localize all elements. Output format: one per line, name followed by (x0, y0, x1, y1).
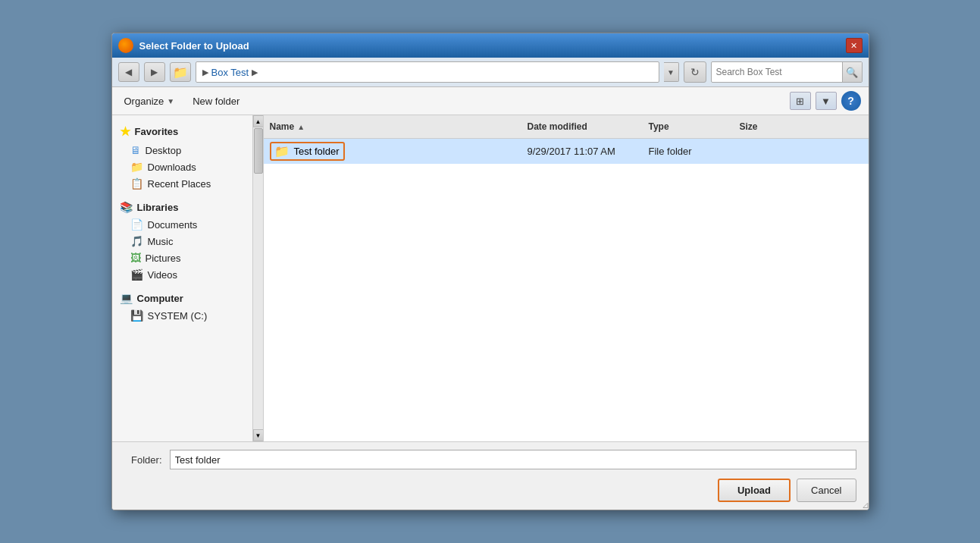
refresh-button[interactable]: ↻ (684, 61, 706, 83)
resize-grip[interactable]: ⊿ (859, 500, 869, 510)
file-list-container: Name ▲ Date modified Type Size (264, 115, 869, 441)
bottom-area: Folder: Upload Cancel (112, 441, 869, 510)
sidebar-item-recent-places[interactable]: 📋 Recent Places (112, 175, 263, 192)
file-name-label: Test folder (294, 146, 340, 157)
sidebar-item-documents[interactable]: 📄 Documents (112, 216, 263, 233)
sidebar-scrollbar[interactable]: ▲ ▼ (252, 115, 263, 441)
drive-icon: 💾 (130, 309, 143, 322)
music-icon: 🎵 (130, 235, 143, 247)
breadcrumb-dropdown-button[interactable]: ▼ (664, 62, 679, 82)
column-header-size[interactable]: Size (734, 118, 794, 135)
sidebar-favorites-header[interactable]: ★ Favorites (112, 121, 263, 142)
sidebar-downloads-label: Downloads (148, 162, 196, 173)
column-header-name[interactable]: Name ▲ (264, 118, 521, 135)
toolbar-right: ⊞ ▼ ? (790, 91, 861, 111)
column-header-type[interactable]: Type (643, 118, 734, 135)
help-button[interactable]: ? (841, 91, 861, 111)
sidebar-item-pictures[interactable]: 🖼 Pictures (112, 250, 263, 266)
videos-icon: 🎬 (130, 268, 143, 281)
desktop-icon: 🖥 (130, 144, 141, 156)
sidebar-item-downloads[interactable]: 📁 Downloads (112, 159, 263, 175)
new-folder-button[interactable]: New folder (188, 93, 244, 109)
select-folder-dialog: Select Folder to Upload ✕ ◀ ▶ 📁 ▶ Box Te… (111, 33, 869, 510)
address-bar: ◀ ▶ 📁 ▶ Box Test ▶ ▼ ↻ 🔍 (112, 58, 869, 87)
sidebar-computer-section: 💻 Computer 💾 SYSTEM (C:) (112, 289, 263, 324)
favorites-star-icon: ★ (120, 124, 130, 139)
sidebar-scroll-up-button[interactable]: ▲ (253, 115, 264, 127)
downloads-icon: 📁 (130, 161, 143, 173)
breadcrumb-separator2: ▶ (252, 67, 258, 77)
recent-places-icon: 📋 (130, 177, 143, 190)
sidebar-pictures-label: Pictures (146, 253, 181, 264)
file-row-type: File folder (643, 146, 734, 157)
column-name-label: Name (270, 121, 295, 132)
folder-icon: 📁 (274, 144, 290, 159)
button-row: Upload Cancel (124, 479, 856, 502)
title-bar-left: Select Folder to Upload (118, 38, 249, 53)
sidebar-libraries-label: Libraries (137, 202, 179, 213)
organize-chevron-icon: ▼ (167, 97, 174, 105)
sidebar-scroll-down-button[interactable]: ▼ (253, 429, 264, 441)
table-row[interactable]: 📁 Test folder 9/29/2017 11:07 AM File fo… (264, 139, 869, 164)
sidebar-videos-label: Videos (148, 269, 178, 281)
column-size-label: Size (740, 121, 758, 132)
sidebar-desktop-label: Desktop (146, 145, 182, 156)
title-bar: Select Folder to Upload ✕ (112, 33, 869, 58)
breadcrumb-item-boxtest[interactable]: Box Test (211, 67, 249, 78)
column-header-date[interactable]: Date modified (521, 118, 643, 135)
sidebar: ★ Favorites 🖥 Desktop 📁 Downloads 📋 Rece… (112, 115, 264, 441)
pictures-icon: 🖼 (130, 252, 141, 264)
toolbar: Organize ▼ New folder ⊞ ▼ ? (112, 87, 869, 115)
sidebar-music-label: Music (148, 236, 174, 247)
file-list-header: Name ▲ Date modified Type Size (264, 115, 869, 139)
column-date-label: Date modified (528, 121, 587, 132)
dialog-title: Select Folder to Upload (139, 40, 249, 52)
folder-row: Folder: (124, 450, 856, 469)
organize-button[interactable]: Organize ▼ (120, 93, 180, 109)
sidebar-item-music[interactable]: 🎵 Music (112, 233, 263, 250)
sidebar-recent-label: Recent Places (148, 178, 211, 190)
computer-icon: 💻 (120, 292, 133, 304)
search-button[interactable]: 🔍 (842, 62, 862, 82)
sidebar-scroll-track (253, 127, 264, 429)
libraries-icon: 📚 (120, 201, 133, 213)
selected-file-highlight: 📁 Test folder (270, 142, 346, 161)
sidebar-item-videos[interactable]: 🎬 Videos (112, 266, 263, 283)
breadcrumb-bar[interactable]: ▶ Box Test ▶ (196, 61, 659, 83)
file-row-date: 9/29/2017 11:07 AM (521, 146, 643, 157)
organize-label: Organize (124, 96, 164, 107)
main-content: ★ Favorites 🖥 Desktop 📁 Downloads 📋 Rece… (112, 115, 869, 441)
close-button[interactable]: ✕ (846, 38, 863, 53)
documents-icon: 📄 (130, 218, 143, 231)
sidebar-scroll-thumb[interactable] (254, 128, 263, 174)
sidebar-item-system-c[interactable]: 💾 SYSTEM (C:) (112, 307, 263, 324)
column-type-label: Type (649, 121, 669, 132)
sidebar-documents-label: Documents (148, 219, 198, 231)
new-folder-label: New folder (193, 96, 240, 107)
sidebar-favorites-label: Favorites (135, 126, 179, 137)
search-input[interactable] (712, 65, 842, 79)
forward-button[interactable]: ▶ (144, 62, 165, 82)
file-row-name: 📁 Test folder (264, 142, 521, 161)
cancel-button[interactable]: Cancel (797, 479, 856, 502)
folder-input[interactable] (170, 450, 856, 469)
sidebar-computer-label: Computer (137, 293, 183, 304)
sort-arrow-icon: ▲ (297, 123, 305, 131)
folder-up-icon: 📁 (173, 65, 188, 80)
folder-label: Folder: (124, 454, 162, 466)
back-button[interactable]: ◀ (118, 62, 139, 82)
upload-button[interactable]: Upload (718, 479, 791, 502)
sidebar-libraries-header[interactable]: 📚 Libraries (112, 198, 263, 216)
title-bar-controls: ✕ (846, 38, 863, 53)
sidebar-systemc-label: SYSTEM (C:) (148, 310, 208, 322)
view-dropdown-button[interactable]: ▼ (816, 92, 837, 110)
breadcrumb-separator: ▶ (202, 67, 208, 77)
sidebar-computer-header[interactable]: 💻 Computer (112, 289, 263, 307)
sidebar-libraries-section: 📚 Libraries 📄 Documents 🎵 Music 🖼 Pictur… (112, 198, 263, 283)
search-box: 🔍 (711, 61, 863, 83)
up-button[interactable]: 📁 (170, 62, 191, 82)
view-grid-icon: ⊞ (796, 96, 804, 107)
sidebar-item-desktop[interactable]: 🖥 Desktop (112, 142, 263, 159)
view-button[interactable]: ⊞ (790, 92, 811, 110)
firefox-icon (118, 38, 133, 53)
